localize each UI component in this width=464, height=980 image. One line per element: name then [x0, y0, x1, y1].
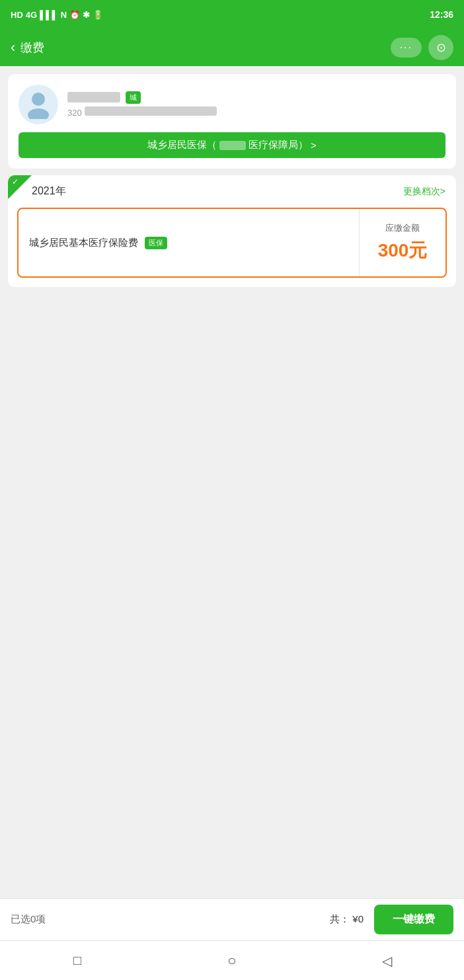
- medical-badge: 医保: [145, 237, 167, 249]
- user-id-prefix: 320: [67, 108, 82, 118]
- insurance-city-blurred: [219, 141, 246, 150]
- scan-icon: ⊙: [436, 40, 446, 55]
- insurance-item-name: 城乡居民基本医疗保险费: [29, 237, 138, 249]
- nav-bar: ‹ 缴费 ··· ⊙: [0, 29, 464, 66]
- android-nav: □ ○ ◁: [0, 940, 464, 980]
- svg-point-0: [32, 93, 45, 106]
- insurance-item-left: 城乡居民基本医疗保险费 医保: [19, 209, 360, 276]
- user-details: 城 320: [67, 91, 445, 118]
- insurance-link-text: 城乡居民医保（: [147, 139, 217, 151]
- nav-actions: ··· ⊙: [391, 35, 453, 60]
- total-amount-value: ¥0: [352, 913, 364, 924]
- alarm-icon: ⏰: [69, 10, 80, 20]
- battery-icon: 🔋: [93, 10, 103, 20]
- more-button[interactable]: ···: [391, 38, 422, 58]
- city-badge: 城: [126, 91, 141, 104]
- check-icon: ✓: [12, 177, 19, 186]
- year-card: ✓ 2021年 更换档次> 城乡居民基本医疗保险费 医保 应缴金额 300元: [8, 175, 456, 287]
- avatar: [19, 85, 58, 124]
- user-name: [67, 92, 120, 102]
- user-info: 城 320: [19, 85, 445, 124]
- user-id-row: 320: [67, 106, 445, 118]
- status-bar: HD 4G ▌▌▌ N ⏰ ✱ 🔋 12:36: [0, 0, 464, 29]
- status-time: 12:36: [430, 9, 453, 20]
- total-label: 共：: [330, 913, 350, 924]
- bottom-bar: 已选0项 共： ¥0 一键缴费: [0, 898, 464, 940]
- year-label: 2021年: [32, 184, 66, 198]
- insurance-link-button[interactable]: 城乡居民医保（ 医疗保障局） >: [19, 132, 445, 158]
- bluetooth-icon: ✱: [83, 10, 90, 20]
- year-header: ✓ 2021年 更换档次>: [8, 175, 456, 208]
- status-network: HD: [11, 10, 23, 20]
- back-nav-button[interactable]: ◁: [373, 948, 400, 974]
- svg-point-1: [28, 108, 49, 119]
- user-id-blurred: [85, 106, 217, 116]
- user-card: 城 320 城乡居民医保（ 医疗保障局） >: [8, 74, 456, 169]
- status-4g: 4G: [26, 10, 37, 20]
- user-name-row: 城: [67, 91, 445, 104]
- insurance-link-suffix: 医疗保障局）: [249, 139, 308, 151]
- change-tier-button[interactable]: 更换档次>: [403, 186, 445, 198]
- selected-count: 已选0项: [11, 913, 330, 926]
- scan-button[interactable]: ⊙: [428, 35, 453, 60]
- signal-icon: ▌▌▌: [40, 10, 58, 20]
- recents-button[interactable]: □: [64, 948, 91, 974]
- insurance-item[interactable]: 城乡居民基本医疗保险费 医保 应缴金额 300元: [17, 208, 447, 278]
- back-icon: ‹: [11, 39, 15, 56]
- nfc-icon: N: [61, 10, 67, 20]
- total-display: 共： ¥0: [330, 913, 364, 926]
- back-nav-icon: ◁: [382, 953, 392, 969]
- back-button[interactable]: ‹ 缴费: [11, 39, 44, 56]
- year-check: ✓: [8, 175, 26, 194]
- insurance-link-arrow: >: [311, 140, 317, 151]
- main-content: 城 320 城乡居民医保（ 医疗保障局） > ✓ 2021年 更换档次>: [0, 66, 464, 898]
- status-left: HD 4G ▌▌▌ N ⏰ ✱ 🔋: [11, 10, 103, 20]
- amount-value: 300元: [378, 238, 428, 263]
- amount-label: 应缴金额: [385, 222, 420, 234]
- home-icon: ○: [227, 952, 236, 969]
- nav-title: 缴费: [20, 40, 44, 56]
- insurance-item-right: 应缴金额 300元: [360, 209, 445, 276]
- recents-icon: □: [73, 953, 81, 968]
- pay-button[interactable]: 一键缴费: [374, 905, 453, 934]
- status-right: 12:36: [430, 9, 453, 20]
- home-button[interactable]: ○: [219, 948, 245, 974]
